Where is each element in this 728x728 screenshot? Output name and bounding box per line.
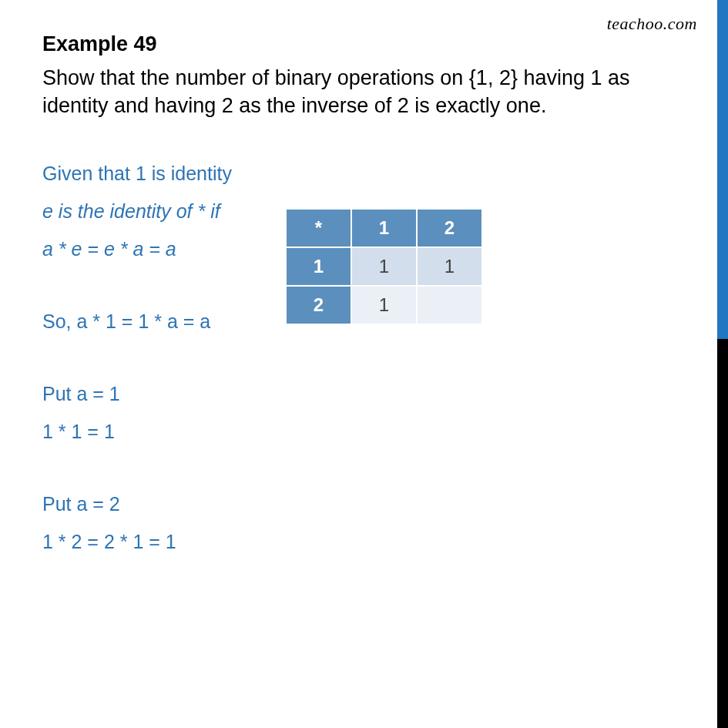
result-2: 1 * 2 = 2 * 1 = 1 bbox=[42, 531, 689, 553]
table-cell: 1 bbox=[417, 247, 482, 286]
table-cell-empty bbox=[417, 286, 482, 324]
table-header-2: 2 bbox=[417, 209, 482, 247]
table-rowhead-2: 2 bbox=[286, 286, 351, 324]
result-1: 1 * 1 = 1 bbox=[42, 421, 689, 443]
table-rowhead-1: 1 bbox=[286, 247, 351, 286]
table-cell: 1 bbox=[351, 247, 417, 286]
accent-stripe-bottom bbox=[717, 339, 728, 728]
put-a-1: Put a = 1 bbox=[42, 383, 689, 405]
table-row: 2 1 bbox=[286, 286, 482, 324]
problem-statement: Show that the number of binary operation… bbox=[42, 64, 666, 120]
example-title: Example 49 bbox=[42, 32, 689, 56]
title-text: Example 49 bbox=[42, 32, 157, 55]
table-header-1: 1 bbox=[351, 209, 417, 247]
table-row: * 1 2 bbox=[286, 209, 482, 247]
accent-stripe-top bbox=[717, 0, 728, 339]
operation-table: * 1 2 1 1 1 2 1 bbox=[285, 208, 483, 325]
table-cell: 1 bbox=[351, 286, 417, 324]
watermark: teachoo.com bbox=[607, 14, 697, 34]
table-header-op: * bbox=[286, 209, 351, 247]
table-row: 1 1 1 bbox=[286, 247, 482, 286]
put-a-2: Put a = 2 bbox=[42, 493, 689, 515]
given-line: Given that 1 is identity bbox=[42, 163, 689, 185]
